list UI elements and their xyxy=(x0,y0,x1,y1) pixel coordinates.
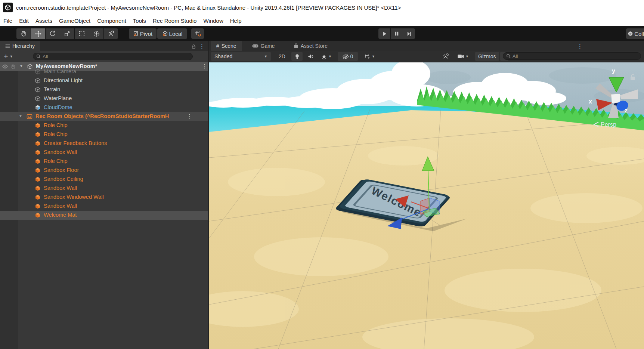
menu-component[interactable]: Component xyxy=(94,16,130,25)
hierarchy-item-waterplane[interactable]: WaterPlane xyxy=(0,94,208,103)
scene-grid-visibility-dropdown[interactable]: ▼ xyxy=(360,52,380,61)
hierarchy-item-sandbox-windowed-wall[interactable]: Sandbox Windowed Wall xyxy=(0,193,208,202)
hierarchy-item-sandbox-wall[interactable]: Sandbox Wall xyxy=(0,184,208,193)
item-label: Creator Feedback Buttons xyxy=(44,140,107,146)
shading-mode-dropdown[interactable]: Shaded ▼ xyxy=(211,52,271,61)
tab-scene-label: Scene xyxy=(222,43,236,49)
menu-assets[interactable]: Assets xyxy=(32,16,56,25)
shading-caret-icon: ▼ xyxy=(264,55,267,58)
cubeorange-icon xyxy=(35,123,41,129)
2d-toggle-button[interactable]: 2D xyxy=(276,52,288,61)
y-axis-label: y xyxy=(612,68,615,74)
hierarchy-item-role-chip[interactable]: Role Chip xyxy=(0,121,208,130)
menu-edit[interactable]: Edit xyxy=(16,16,32,25)
scene-menu-kebab-icon[interactable]: ⋮ xyxy=(577,43,583,50)
hierarchy-item-role-chip[interactable]: Role Chip xyxy=(0,157,208,166)
cubeorange-icon xyxy=(35,158,41,164)
gizmos-dropdown[interactable]: Gizmos xyxy=(475,52,499,61)
row-kebab-icon[interactable]: ⋮ xyxy=(187,113,192,120)
hierarchy-menu-kebab-icon[interactable]: ⋮ xyxy=(199,43,205,50)
tab-scene[interactable]: # Scene xyxy=(211,41,242,51)
menu-window[interactable]: Window xyxy=(200,16,226,25)
move-tool-button[interactable] xyxy=(31,28,45,39)
hierarchy-item-directional-light[interactable]: Directional Light xyxy=(0,76,208,85)
cubeorange-icon xyxy=(35,149,41,155)
cubeorange-icon xyxy=(35,212,41,218)
component-tools-button[interactable] xyxy=(439,52,452,61)
search-icon xyxy=(36,54,41,59)
item-label: Role Chip xyxy=(44,131,68,137)
menu-tools[interactable]: Tools xyxy=(130,16,149,25)
tab-hierarchy[interactable]: Hierarchy xyxy=(0,41,40,51)
lock-icon[interactable] xyxy=(191,44,196,49)
scene-lighting-button[interactable] xyxy=(291,52,303,61)
item-label: Terrain xyxy=(44,86,60,92)
hierarchy-search-input[interactable]: All xyxy=(33,53,193,60)
scene-camera-dropdown[interactable]: ▼ xyxy=(453,52,473,61)
create-dropdown-caret-icon[interactable]: ▼ xyxy=(10,55,13,58)
collab-button[interactable]: Coll xyxy=(626,28,644,39)
play-button[interactable] xyxy=(378,28,390,39)
pivot-label: Pivot xyxy=(140,31,152,37)
menu-gameobject[interactable]: GameObject xyxy=(56,16,94,25)
scene-search-placeholder: All xyxy=(513,53,518,59)
unity-logo-icon xyxy=(3,3,13,12)
rect-tool-button[interactable] xyxy=(75,28,89,39)
hierarchy-item-clouddome[interactable]: CloudDome xyxy=(0,103,208,112)
create-plus-button[interactable]: + xyxy=(4,53,8,60)
local-toggle-button[interactable]: Local xyxy=(157,28,187,39)
scene-search-input[interactable]: All xyxy=(503,52,641,60)
transform-tool-button[interactable] xyxy=(89,28,103,39)
expand-arrow[interactable]: ▼ xyxy=(19,114,22,118)
cubeorange-icon xyxy=(35,194,41,200)
custom-tool-button[interactable] xyxy=(104,28,118,39)
step-button[interactable] xyxy=(403,28,415,39)
tab-hierarchy-label: Hierarchy xyxy=(12,43,35,49)
cubeorange-icon xyxy=(35,185,41,191)
item-label: Main Camera xyxy=(44,68,76,74)
hierarchy-item-terrain[interactable]: Terrain xyxy=(0,85,208,94)
pause-button[interactable] xyxy=(391,28,403,39)
hierarchy-search-placeholder: All xyxy=(43,54,48,59)
search-icon xyxy=(506,54,511,58)
hand-tool-button[interactable] xyxy=(16,28,31,39)
scene-viewport[interactable]: Welcome y x z xyxy=(209,62,644,349)
rotate-tool-button[interactable] xyxy=(46,28,60,39)
menu-help[interactable]: Help xyxy=(227,16,245,25)
hidden-objects-button[interactable]: 0 xyxy=(338,52,358,61)
hierarchy-item-sandbox-wall[interactable]: Sandbox Wall xyxy=(0,202,208,211)
hierarchy-item-sandbox-ceiling[interactable]: Sandbox Ceiling xyxy=(0,175,208,184)
hierarchy-item-main-camera[interactable]: Main Camera xyxy=(0,67,208,76)
gizmos-label: Gizmos xyxy=(478,53,496,59)
menu-rec-room-studio[interactable]: Rec Room Studio xyxy=(149,16,200,25)
gamepad-icon xyxy=(252,44,258,48)
scene-grid-icon: # xyxy=(216,43,219,49)
menu-file[interactable]: File xyxy=(0,16,16,25)
tab-game[interactable]: Game xyxy=(247,41,280,51)
grid-snapping-button[interactable] xyxy=(191,28,204,39)
cubeorange-icon xyxy=(35,132,41,138)
item-label: Rec Room Objects (^RecRoomStudioStarterR… xyxy=(35,113,169,119)
item-label: Sandbox Wall xyxy=(44,203,77,209)
gizmo-cube[interactable] xyxy=(611,94,620,103)
camera-caret-icon: ▼ xyxy=(465,55,469,58)
item-label: Sandbox Ceiling xyxy=(44,176,83,182)
cube-icon xyxy=(35,87,41,93)
cubeprefab-icon xyxy=(35,105,41,111)
window-title: com.recroom.studio.templateProject - MyA… xyxy=(16,4,401,11)
hierarchy-panel-icons: ⋮ xyxy=(191,43,205,50)
hierarchy-item-sandbox-wall[interactable]: Sandbox Wall xyxy=(0,148,208,157)
projection-label[interactable]: Persp xyxy=(601,121,616,128)
hierarchy-item-creator-feedback-buttons[interactable]: Creator Feedback Buttons xyxy=(0,139,208,148)
tab-asset-store[interactable]: Asset Store xyxy=(288,41,333,51)
cube-icon xyxy=(35,69,41,75)
pivot-toggle-button[interactable]: Pivot xyxy=(129,28,157,39)
hierarchy-item-role-chip[interactable]: Role Chip xyxy=(0,130,208,139)
hierarchy-item-sandbox-floor[interactable]: Sandbox Floor xyxy=(0,166,208,175)
scene-effects-dropdown[interactable]: ▼ xyxy=(318,52,335,61)
scene-audio-button[interactable] xyxy=(305,52,316,61)
hierarchy-item-welcome-mat[interactable]: Welcome Mat xyxy=(0,211,208,220)
recroom-icon xyxy=(27,114,32,120)
scale-tool-button[interactable] xyxy=(60,28,74,39)
hierarchy-item-rec-room-objects-recroomstudiostarterroomh[interactable]: ▼Rec Room Objects (^RecRoomStudioStarter… xyxy=(0,112,208,121)
